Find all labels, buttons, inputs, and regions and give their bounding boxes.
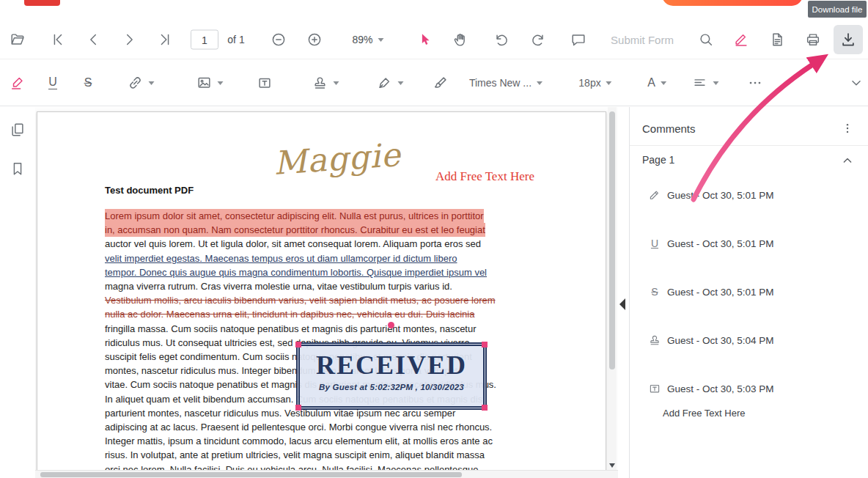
vertical-scrollbar[interactable] bbox=[608, 107, 617, 461]
free-text-annotation[interactable]: Add Free Text Here bbox=[435, 169, 534, 184]
rotate-handle[interactable] bbox=[388, 322, 394, 328]
last-page-button[interactable] bbox=[150, 25, 180, 54]
document-line: orci nec lorem. Nulla facilisi. Duis eu … bbox=[105, 463, 496, 470]
zoom-in-icon bbox=[306, 32, 323, 48]
thumbnails-button[interactable] bbox=[3, 115, 32, 144]
document-page[interactable]: Maggie Add Free Text Here Test document … bbox=[37, 111, 606, 470]
redo-icon bbox=[530, 32, 546, 48]
comment-label: Guest - Oct 30, 5:01 PM bbox=[667, 287, 774, 298]
document-body: Lorem ipsum dolor sit amet, consectetur … bbox=[105, 209, 496, 470]
comment-label: Guest - Oct 30, 5:01 PM bbox=[667, 238, 774, 249]
collapse-toolbar-button[interactable] bbox=[842, 68, 868, 98]
download-tooltip: Download file bbox=[808, 1, 867, 18]
main-toolbar: of 1 89% Submit Form bbox=[0, 21, 868, 59]
image-tool-button[interactable] bbox=[196, 75, 224, 91]
document-icon bbox=[769, 32, 785, 48]
chevron-down-icon bbox=[537, 81, 542, 85]
font-family-select[interactable]: Times New ... bbox=[469, 77, 542, 89]
comment-item[interactable]: Guest - Oct 30, 5:04 PM bbox=[630, 330, 868, 350]
text-icon bbox=[648, 382, 661, 395]
comment-item[interactable]: Guest - Oct 30, 5:03 PM bbox=[630, 378, 868, 399]
zoom-out-button[interactable] bbox=[264, 25, 293, 54]
vertical-scroll-thumb[interactable] bbox=[609, 111, 615, 369]
document-line: velit imperdiet egestas. Maecenas tempus… bbox=[105, 251, 496, 265]
zoom-level-dropdown[interactable]: 89% bbox=[352, 34, 383, 45]
resize-handle-se[interactable] bbox=[482, 405, 488, 411]
document-line: fringilla massa. Cum sociis natoque pena… bbox=[105, 322, 496, 336]
underline-glyph: U bbox=[48, 76, 57, 89]
comment-label: Guest - Oct 30, 5:01 PM bbox=[667, 190, 774, 201]
strikethrough-glyph: S bbox=[84, 77, 92, 89]
text-box-icon bbox=[257, 75, 273, 91]
resize-handle-nw[interactable] bbox=[295, 342, 301, 348]
chevron-left-icon bbox=[86, 32, 102, 48]
resize-handle-ne[interactable] bbox=[482, 342, 488, 348]
folder-icon bbox=[10, 32, 26, 48]
zoom-in-button[interactable] bbox=[300, 25, 329, 54]
app-logo[interactable] bbox=[24, 0, 60, 6]
strikethrough-tool-button[interactable]: S bbox=[73, 68, 103, 98]
chevron-down-icon bbox=[334, 81, 339, 85]
more-options-button[interactable] bbox=[740, 68, 770, 98]
format-toolbar: U S Times New ... 18px A bbox=[0, 60, 868, 106]
brush-tool-button[interactable] bbox=[426, 68, 455, 98]
chevron-down-icon bbox=[606, 81, 612, 85]
undo-button[interactable] bbox=[487, 25, 516, 54]
header-cta-button[interactable] bbox=[662, 0, 803, 6]
submit-form-button[interactable]: Submit Form bbox=[611, 34, 674, 46]
pen-icon bbox=[377, 75, 393, 91]
chevron-down-icon bbox=[713, 81, 719, 85]
pointer-tool-button[interactable] bbox=[411, 25, 440, 54]
first-page-icon bbox=[50, 32, 66, 48]
stamp-subtitle: By Guest at 5:02:32PM , 10/30/2023 bbox=[300, 383, 483, 391]
document-viewport: Maggie Add Free Text Here Test document … bbox=[35, 107, 618, 470]
stamp-tool-button[interactable] bbox=[312, 75, 339, 91]
chevron-down-icon bbox=[398, 81, 404, 85]
scroll-down-button[interactable] bbox=[608, 461, 617, 470]
ellipsis-icon bbox=[747, 75, 763, 91]
draw-tool-button[interactable] bbox=[377, 75, 404, 91]
horizontal-scroll-thumb[interactable] bbox=[40, 472, 462, 477]
resize-handle-sw[interactable] bbox=[295, 405, 301, 411]
search-button[interactable] bbox=[691, 25, 721, 54]
next-page-button[interactable] bbox=[114, 25, 144, 54]
comments-menu-button[interactable] bbox=[839, 120, 856, 137]
last-page-icon bbox=[157, 32, 173, 48]
first-page-button[interactable] bbox=[43, 25, 73, 54]
underline-tool-button[interactable]: U bbox=[38, 68, 67, 98]
font-color-select[interactable]: A bbox=[647, 77, 666, 89]
sign-tool-button[interactable] bbox=[727, 25, 756, 54]
highlight-tool-button[interactable] bbox=[3, 68, 32, 98]
stamp-icon bbox=[312, 75, 328, 91]
font-size-select[interactable]: 18px bbox=[578, 77, 611, 89]
bookmarks-button[interactable] bbox=[3, 154, 32, 183]
document-title: Test document PDF bbox=[105, 185, 194, 196]
signature-annotation[interactable]: Maggie bbox=[272, 136, 402, 182]
received-stamp[interactable]: RECEIVED By Guest at 5:02:32PM , 10/30/2… bbox=[296, 342, 487, 410]
open-document-button[interactable] bbox=[3, 25, 32, 54]
comment-tool-button[interactable] bbox=[564, 25, 593, 54]
comment-item[interactable]: Guest - Oct 30, 5:01 PM bbox=[630, 185, 868, 205]
previous-page-button[interactable] bbox=[79, 25, 108, 54]
horizontal-scrollbar[interactable] bbox=[35, 470, 618, 478]
underline-icon: U bbox=[648, 238, 661, 249]
chevron-down-icon bbox=[378, 38, 384, 42]
download-button[interactable] bbox=[834, 25, 863, 54]
print-button[interactable] bbox=[798, 25, 828, 54]
hand-tool-button[interactable] bbox=[446, 25, 475, 54]
align-select[interactable] bbox=[692, 75, 719, 91]
document-pages-button[interactable] bbox=[762, 25, 792, 54]
document-line: magna viverra rutrum. Cras viverra moles… bbox=[105, 279, 496, 293]
comment-item[interactable]: S Guest - Oct 30, 5:01 PM bbox=[630, 282, 868, 302]
page-number-input[interactable] bbox=[191, 30, 218, 50]
comment-item[interactable]: U Guest - Oct 30, 5:01 PM bbox=[630, 233, 868, 254]
kebab-menu-icon bbox=[841, 122, 854, 135]
link-tool-button[interactable] bbox=[128, 75, 155, 91]
collapse-section-button[interactable] bbox=[840, 153, 855, 168]
redo-button[interactable] bbox=[523, 25, 553, 54]
text-tool-button[interactable] bbox=[250, 68, 279, 98]
image-icon bbox=[196, 75, 213, 91]
panel-collapse-handle[interactable] bbox=[619, 298, 625, 310]
hand-icon bbox=[452, 32, 468, 48]
undo-icon bbox=[493, 32, 510, 48]
